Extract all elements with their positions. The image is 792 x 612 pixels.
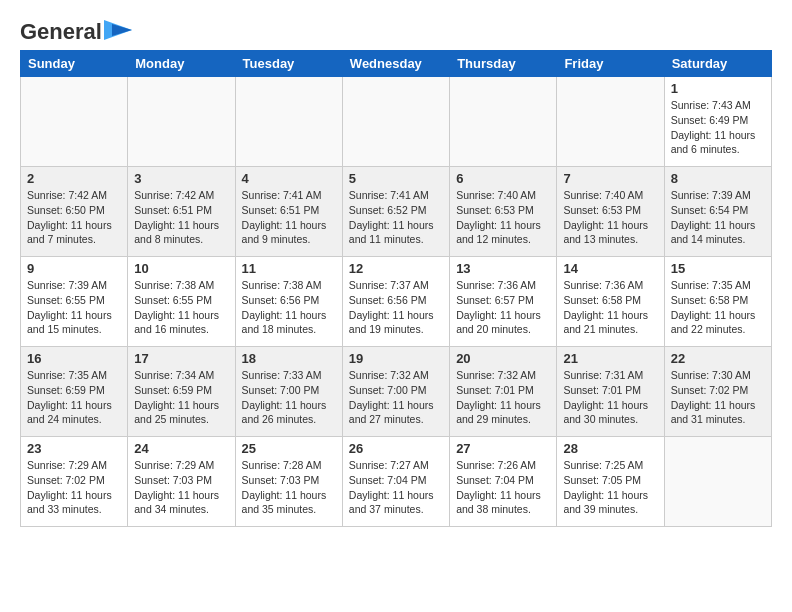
- calendar-day-4: 4Sunrise: 7:41 AM Sunset: 6:51 PM Daylig…: [235, 167, 342, 257]
- day-number: 6: [456, 171, 550, 186]
- calendar-week-row: 23Sunrise: 7:29 AM Sunset: 7:02 PM Dayli…: [21, 437, 772, 527]
- calendar-day-13: 13Sunrise: 7:36 AM Sunset: 6:57 PM Dayli…: [450, 257, 557, 347]
- logo: General: [20, 20, 132, 40]
- calendar-day-6: 6Sunrise: 7:40 AM Sunset: 6:53 PM Daylig…: [450, 167, 557, 257]
- calendar-day-empty: [557, 77, 664, 167]
- calendar-day-12: 12Sunrise: 7:37 AM Sunset: 6:56 PM Dayli…: [342, 257, 449, 347]
- calendar-day-11: 11Sunrise: 7:38 AM Sunset: 6:56 PM Dayli…: [235, 257, 342, 347]
- calendar-day-2: 2Sunrise: 7:42 AM Sunset: 6:50 PM Daylig…: [21, 167, 128, 257]
- day-number: 15: [671, 261, 765, 276]
- day-number: 7: [563, 171, 657, 186]
- calendar-day-17: 17Sunrise: 7:34 AM Sunset: 6:59 PM Dayli…: [128, 347, 235, 437]
- calendar-week-row: 16Sunrise: 7:35 AM Sunset: 6:59 PM Dayli…: [21, 347, 772, 437]
- weekday-header-sunday: Sunday: [21, 51, 128, 77]
- calendar-header-row: SundayMondayTuesdayWednesdayThursdayFrid…: [21, 51, 772, 77]
- day-number: 26: [349, 441, 443, 456]
- day-info: Sunrise: 7:29 AM Sunset: 7:02 PM Dayligh…: [27, 458, 121, 517]
- day-number: 18: [242, 351, 336, 366]
- day-number: 1: [671, 81, 765, 96]
- calendar-day-23: 23Sunrise: 7:29 AM Sunset: 7:02 PM Dayli…: [21, 437, 128, 527]
- logo-arrow-icon: [104, 20, 132, 40]
- day-number: 3: [134, 171, 228, 186]
- calendar-day-16: 16Sunrise: 7:35 AM Sunset: 6:59 PM Dayli…: [21, 347, 128, 437]
- calendar-day-3: 3Sunrise: 7:42 AM Sunset: 6:51 PM Daylig…: [128, 167, 235, 257]
- weekday-header-thursday: Thursday: [450, 51, 557, 77]
- day-number: 25: [242, 441, 336, 456]
- calendar-day-18: 18Sunrise: 7:33 AM Sunset: 7:00 PM Dayli…: [235, 347, 342, 437]
- weekday-header-friday: Friday: [557, 51, 664, 77]
- day-number: 12: [349, 261, 443, 276]
- day-number: 4: [242, 171, 336, 186]
- day-number: 27: [456, 441, 550, 456]
- calendar-day-27: 27Sunrise: 7:26 AM Sunset: 7:04 PM Dayli…: [450, 437, 557, 527]
- day-info: Sunrise: 7:25 AM Sunset: 7:05 PM Dayligh…: [563, 458, 657, 517]
- day-info: Sunrise: 7:31 AM Sunset: 7:01 PM Dayligh…: [563, 368, 657, 427]
- calendar-day-20: 20Sunrise: 7:32 AM Sunset: 7:01 PM Dayli…: [450, 347, 557, 437]
- calendar-day-22: 22Sunrise: 7:30 AM Sunset: 7:02 PM Dayli…: [664, 347, 771, 437]
- calendar-day-7: 7Sunrise: 7:40 AM Sunset: 6:53 PM Daylig…: [557, 167, 664, 257]
- day-info: Sunrise: 7:38 AM Sunset: 6:56 PM Dayligh…: [242, 278, 336, 337]
- weekday-header-saturday: Saturday: [664, 51, 771, 77]
- calendar-table: SundayMondayTuesdayWednesdayThursdayFrid…: [20, 50, 772, 527]
- calendar-day-empty: [342, 77, 449, 167]
- calendar-day-28: 28Sunrise: 7:25 AM Sunset: 7:05 PM Dayli…: [557, 437, 664, 527]
- day-number: 24: [134, 441, 228, 456]
- day-number: 23: [27, 441, 121, 456]
- day-info: Sunrise: 7:26 AM Sunset: 7:04 PM Dayligh…: [456, 458, 550, 517]
- day-number: 21: [563, 351, 657, 366]
- weekday-header-tuesday: Tuesday: [235, 51, 342, 77]
- calendar-week-row: 2Sunrise: 7:42 AM Sunset: 6:50 PM Daylig…: [21, 167, 772, 257]
- calendar-day-8: 8Sunrise: 7:39 AM Sunset: 6:54 PM Daylig…: [664, 167, 771, 257]
- day-number: 8: [671, 171, 765, 186]
- calendar-day-26: 26Sunrise: 7:27 AM Sunset: 7:04 PM Dayli…: [342, 437, 449, 527]
- calendar-day-10: 10Sunrise: 7:38 AM Sunset: 6:55 PM Dayli…: [128, 257, 235, 347]
- day-info: Sunrise: 7:32 AM Sunset: 7:01 PM Dayligh…: [456, 368, 550, 427]
- day-info: Sunrise: 7:30 AM Sunset: 7:02 PM Dayligh…: [671, 368, 765, 427]
- weekday-header-wednesday: Wednesday: [342, 51, 449, 77]
- day-info: Sunrise: 7:33 AM Sunset: 7:00 PM Dayligh…: [242, 368, 336, 427]
- day-info: Sunrise: 7:39 AM Sunset: 6:55 PM Dayligh…: [27, 278, 121, 337]
- day-info: Sunrise: 7:29 AM Sunset: 7:03 PM Dayligh…: [134, 458, 228, 517]
- calendar-day-1: 1Sunrise: 7:43 AM Sunset: 6:49 PM Daylig…: [664, 77, 771, 167]
- day-info: Sunrise: 7:37 AM Sunset: 6:56 PM Dayligh…: [349, 278, 443, 337]
- calendar-day-empty: [128, 77, 235, 167]
- day-number: 17: [134, 351, 228, 366]
- day-info: Sunrise: 7:41 AM Sunset: 6:52 PM Dayligh…: [349, 188, 443, 247]
- day-number: 9: [27, 261, 121, 276]
- calendar-day-empty: [235, 77, 342, 167]
- day-number: 5: [349, 171, 443, 186]
- day-number: 20: [456, 351, 550, 366]
- day-number: 2: [27, 171, 121, 186]
- calendar-week-row: 1Sunrise: 7:43 AM Sunset: 6:49 PM Daylig…: [21, 77, 772, 167]
- day-info: Sunrise: 7:36 AM Sunset: 6:57 PM Dayligh…: [456, 278, 550, 337]
- day-info: Sunrise: 7:35 AM Sunset: 6:58 PM Dayligh…: [671, 278, 765, 337]
- calendar-week-row: 9Sunrise: 7:39 AM Sunset: 6:55 PM Daylig…: [21, 257, 772, 347]
- day-number: 10: [134, 261, 228, 276]
- day-number: 14: [563, 261, 657, 276]
- calendar-day-empty: [450, 77, 557, 167]
- calendar-day-empty: [21, 77, 128, 167]
- day-info: Sunrise: 7:28 AM Sunset: 7:03 PM Dayligh…: [242, 458, 336, 517]
- day-info: Sunrise: 7:41 AM Sunset: 6:51 PM Dayligh…: [242, 188, 336, 247]
- day-info: Sunrise: 7:27 AM Sunset: 7:04 PM Dayligh…: [349, 458, 443, 517]
- page-header: General: [20, 20, 772, 40]
- day-info: Sunrise: 7:38 AM Sunset: 6:55 PM Dayligh…: [134, 278, 228, 337]
- calendar-day-24: 24Sunrise: 7:29 AM Sunset: 7:03 PM Dayli…: [128, 437, 235, 527]
- day-info: Sunrise: 7:36 AM Sunset: 6:58 PM Dayligh…: [563, 278, 657, 337]
- weekday-header-monday: Monday: [128, 51, 235, 77]
- calendar-day-19: 19Sunrise: 7:32 AM Sunset: 7:00 PM Dayli…: [342, 347, 449, 437]
- day-info: Sunrise: 7:39 AM Sunset: 6:54 PM Dayligh…: [671, 188, 765, 247]
- day-number: 28: [563, 441, 657, 456]
- day-number: 13: [456, 261, 550, 276]
- day-info: Sunrise: 7:42 AM Sunset: 6:51 PM Dayligh…: [134, 188, 228, 247]
- svg-marker-1: [112, 24, 132, 36]
- calendar-day-15: 15Sunrise: 7:35 AM Sunset: 6:58 PM Dayli…: [664, 257, 771, 347]
- calendar-day-9: 9Sunrise: 7:39 AM Sunset: 6:55 PM Daylig…: [21, 257, 128, 347]
- calendar-day-empty: [664, 437, 771, 527]
- day-number: 11: [242, 261, 336, 276]
- day-info: Sunrise: 7:40 AM Sunset: 6:53 PM Dayligh…: [456, 188, 550, 247]
- calendar-day-25: 25Sunrise: 7:28 AM Sunset: 7:03 PM Dayli…: [235, 437, 342, 527]
- calendar-day-14: 14Sunrise: 7:36 AM Sunset: 6:58 PM Dayli…: [557, 257, 664, 347]
- day-info: Sunrise: 7:32 AM Sunset: 7:00 PM Dayligh…: [349, 368, 443, 427]
- day-info: Sunrise: 7:40 AM Sunset: 6:53 PM Dayligh…: [563, 188, 657, 247]
